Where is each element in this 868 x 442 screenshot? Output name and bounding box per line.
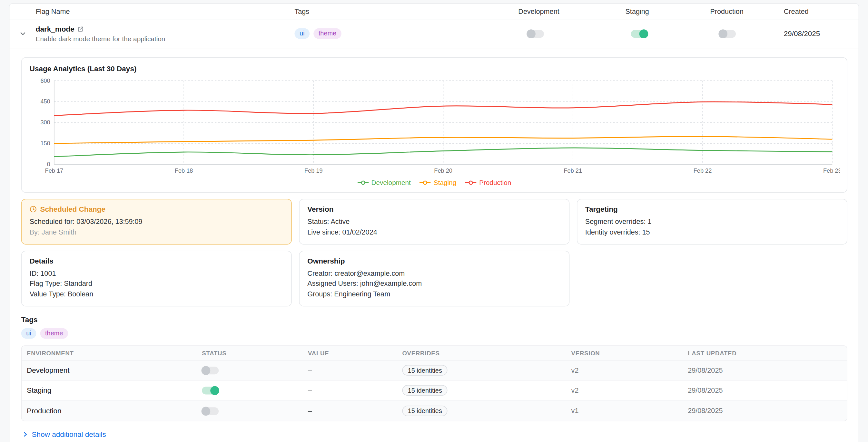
svg-text:Feb 17: Feb 17 bbox=[45, 168, 64, 174]
tags-section: Tags ui theme bbox=[21, 315, 847, 339]
analytics-title: Usage Analytics (Last 30 Days) bbox=[22, 58, 847, 73]
legend-label: Production bbox=[479, 179, 511, 186]
targeting-title: Targeting bbox=[585, 205, 839, 213]
toggle-knob bbox=[202, 407, 211, 416]
staging-toggle[interactable] bbox=[631, 30, 648, 38]
svg-text:Feb 22: Feb 22 bbox=[693, 168, 712, 174]
toggle-knob bbox=[640, 30, 648, 39]
legend-item-production[interactable]: Production bbox=[465, 179, 512, 186]
created-date: 29/08/2025 bbox=[784, 29, 859, 38]
details-flag-type: Flag Type: Standard bbox=[30, 279, 283, 289]
development-status-toggle[interactable] bbox=[202, 367, 219, 375]
environments-table: ENVIRONMENT STATUS VALUE OVERRIDES VERSI… bbox=[21, 345, 847, 421]
col-header-created: Created bbox=[784, 7, 859, 15]
toggle-knob bbox=[527, 30, 535, 39]
svg-text:0: 0 bbox=[47, 161, 50, 168]
overrides-badge[interactable]: 15 identities bbox=[402, 406, 447, 416]
env-version: v2 bbox=[566, 386, 683, 394]
targeting-card: Targeting Segment overrides: 1 Identity … bbox=[577, 199, 847, 244]
flag-name[interactable]: dark_mode bbox=[36, 25, 74, 33]
col-header-flag-name: Flag Name bbox=[36, 7, 295, 15]
toggle-knob bbox=[718, 30, 727, 39]
details-card: Details ID: 1001 Flag Type: Standard Val… bbox=[21, 250, 292, 306]
svg-text:Feb 20: Feb 20 bbox=[434, 168, 453, 174]
details-id: ID: 1001 bbox=[30, 268, 283, 279]
env-version: v1 bbox=[566, 407, 683, 415]
overrides-badge[interactable]: 15 identities bbox=[402, 365, 447, 376]
env-version: v2 bbox=[566, 366, 683, 374]
chart-legend: DevelopmentStagingProduction bbox=[22, 178, 847, 192]
svg-text:600: 600 bbox=[40, 78, 50, 84]
tag-pill-theme: theme bbox=[40, 328, 68, 339]
info-cards-row-1: Scheduled Change Scheduled for: 03/03/20… bbox=[21, 199, 847, 244]
legend-marker-icon bbox=[357, 180, 369, 185]
svg-text:300: 300 bbox=[40, 119, 50, 126]
col-header-production: Production bbox=[710, 7, 783, 15]
clock-icon bbox=[30, 206, 37, 213]
legend-item-staging[interactable]: Staging bbox=[420, 179, 457, 186]
production-toggle[interactable] bbox=[719, 30, 736, 38]
env-value: – bbox=[303, 366, 397, 375]
overrides-badge[interactable]: 15 identities bbox=[402, 385, 447, 396]
staging-status-toggle[interactable] bbox=[202, 387, 219, 395]
table-row: Development – 15 identities v2 29/08/202… bbox=[22, 361, 847, 380]
usage-analytics-card: Usage Analytics (Last 30 Days) 015030045… bbox=[21, 57, 847, 193]
env-last-updated: 29/08/2025 bbox=[683, 386, 847, 394]
table-row: Production – 15 identities v1 29/08/2025 bbox=[22, 401, 847, 421]
env-last-updated: 29/08/2025 bbox=[683, 366, 847, 374]
svg-text:Feb 21: Feb 21 bbox=[564, 168, 582, 174]
env-col-overrides: OVERRIDES bbox=[397, 349, 566, 356]
scheduled-by-text: By: Jane Smith bbox=[30, 227, 283, 237]
ownership-title: Ownership bbox=[307, 257, 561, 265]
env-col-version: VERSION bbox=[566, 349, 683, 356]
legend-item-development[interactable]: Development bbox=[357, 179, 411, 186]
legend-label: Development bbox=[371, 179, 411, 186]
scheduled-change-title: Scheduled Change bbox=[40, 205, 105, 213]
info-cards-row-2: Details ID: 1001 Flag Type: Standard Val… bbox=[21, 250, 847, 306]
scheduled-for-text: Scheduled for: 03/03/2026, 13:59:09 bbox=[30, 217, 283, 227]
col-header-staging: Staging bbox=[625, 7, 710, 15]
show-additional-details-link[interactable]: Show additional details bbox=[22, 430, 858, 438]
usage-analytics-chart: 0150300450600Feb 17Feb 18Feb 19Feb 20Feb… bbox=[28, 76, 840, 176]
version-live-since: Live since: 01/02/2024 bbox=[307, 227, 561, 237]
col-header-tags: Tags bbox=[294, 7, 518, 15]
svg-text:450: 450 bbox=[40, 98, 50, 105]
flag-detail-panel: Flag Name Tags Development Staging Produ… bbox=[9, 3, 859, 442]
col-header-development: Development bbox=[518, 7, 625, 15]
identity-overrides: Identity overrides: 15 bbox=[585, 227, 839, 237]
toggle-knob bbox=[202, 366, 211, 375]
svg-text:Feb 19: Feb 19 bbox=[304, 168, 323, 174]
scheduled-change-card: Scheduled Change Scheduled for: 03/03/20… bbox=[21, 199, 292, 244]
show-additional-details-label: Show additional details bbox=[32, 430, 106, 438]
env-name: Production bbox=[22, 407, 197, 415]
flag-table-header: Flag Name Tags Development Staging Produ… bbox=[9, 4, 858, 19]
version-card: Version Status: Active Live since: 01/02… bbox=[299, 199, 569, 244]
env-name: Staging bbox=[22, 386, 197, 395]
chevron-right-icon bbox=[22, 431, 28, 438]
env-value: – bbox=[303, 407, 397, 415]
ownership-card: Ownership Creator: creator@example.com A… bbox=[299, 250, 569, 306]
tag-pill-ui: ui bbox=[294, 28, 310, 39]
development-toggle[interactable] bbox=[527, 30, 544, 38]
tag-pill-ui: ui bbox=[21, 328, 36, 339]
production-status-toggle[interactable] bbox=[202, 407, 219, 415]
external-link-icon[interactable] bbox=[78, 26, 84, 32]
version-status: Status: Active bbox=[307, 217, 561, 227]
env-name: Development bbox=[22, 366, 197, 375]
flag-row: dark_mode Enable dark mode theme for the… bbox=[9, 19, 858, 48]
flag-description: Enable dark mode theme for the applicati… bbox=[36, 35, 295, 42]
env-col-value: VALUE bbox=[303, 349, 397, 356]
ownership-groups: Groups: Engineering Team bbox=[307, 289, 561, 300]
env-col-status: STATUS bbox=[197, 349, 303, 356]
segment-overrides: Segment overrides: 1 bbox=[585, 217, 839, 227]
details-value-type: Value Type: Boolean bbox=[30, 289, 283, 300]
env-col-environment: ENVIRONMENT bbox=[22, 349, 197, 356]
env-last-updated: 29/08/2025 bbox=[683, 407, 847, 415]
page: Flag Name Tags Development Staging Produ… bbox=[0, 3, 868, 442]
tag-pill-theme: theme bbox=[313, 28, 341, 39]
legend-label: Staging bbox=[434, 179, 456, 186]
collapse-chevron-icon[interactable] bbox=[18, 29, 27, 39]
svg-text:150: 150 bbox=[40, 140, 50, 146]
table-row: Staging – 15 identities v2 29/08/2025 bbox=[22, 380, 847, 401]
env-value: – bbox=[303, 386, 397, 395]
